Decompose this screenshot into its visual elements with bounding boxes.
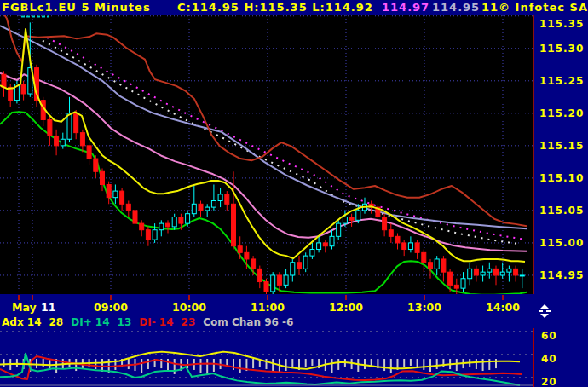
- cci-bar: [436, 359, 438, 369]
- cci-label: Com Chan 96 -6: [203, 316, 293, 328]
- cci-bar: [331, 359, 333, 373]
- bid-quote: 114.97: [382, 1, 429, 14]
- cci-bar: [141, 359, 142, 373]
- instrument-label: FGBLc1.EU 5 Minutes: [2, 1, 151, 14]
- cci-bar: [383, 359, 385, 371]
- price-axis-label: 115.30: [539, 43, 584, 55]
- cci-bar: [364, 359, 366, 369]
- price-axis-label: 115.05: [539, 205, 584, 217]
- candle: [337, 220, 341, 240]
- price-chart[interactable]: [0, 15, 533, 294]
- price-axis-label: 115.20: [539, 107, 584, 119]
- day-label: 11: [41, 301, 55, 314]
- time-tick: [345, 295, 347, 300]
- cci-bar: [423, 359, 424, 370]
- cci-bar: [337, 359, 339, 370]
- cci-bar: [239, 359, 241, 373]
- cci-bar: [403, 359, 405, 367]
- title-bar: FGBLc1.EU 5 Minutes C:114.95 H:115.35 L:…: [0, 0, 588, 15]
- chart-background: [0, 15, 533, 294]
- cci-bar: [167, 359, 169, 372]
- hour-label: 14:00: [484, 301, 522, 314]
- cci-bar: [442, 359, 444, 367]
- price-axis-label: 115.35: [539, 18, 584, 30]
- cci-bar: [272, 359, 274, 372]
- cci-bar: [456, 359, 458, 371]
- cci-bar: [311, 359, 313, 366]
- time-tick: [188, 295, 190, 300]
- cci-bar: [351, 359, 353, 369]
- indicator-legend: Adx 14 28 DI+ 14 13 DI- 14 23 Com Chan 9…: [2, 316, 293, 328]
- cci-bar: [390, 359, 392, 373]
- cci-bar: [305, 359, 307, 367]
- cci-bar: [429, 359, 431, 372]
- scroll-resize-icon[interactable]: [536, 303, 553, 321]
- cci-bar: [410, 359, 412, 366]
- adx-label: Adx 14: [2, 316, 42, 328]
- cci-bar: [147, 359, 149, 369]
- cci-bar: [16, 359, 18, 367]
- time-tick: [502, 295, 504, 300]
- cci-bar: [128, 359, 130, 369]
- candle: [303, 252, 308, 272]
- cci-bar: [75, 359, 77, 371]
- candle: [271, 272, 275, 294]
- di-minus-label: DI- 14: [139, 316, 173, 328]
- cci-bar: [252, 359, 254, 368]
- cci-bar: [187, 359, 188, 368]
- hour-label: 09:00: [92, 301, 130, 314]
- cci-bar: [3, 359, 5, 367]
- date-label: May: [12, 301, 37, 314]
- last-quote: 114.95: [432, 1, 480, 14]
- cci-bar: [36, 359, 37, 368]
- price-axis: 115.35115.30115.25115.20115.15115.10115.…: [533, 15, 588, 294]
- hour-label: 10:00: [170, 301, 208, 314]
- cci-bar: [285, 359, 287, 371]
- time-tick: [32, 295, 33, 300]
- cci-bar: [206, 359, 208, 375]
- vendor-label: 11© Infotec SA: [481, 1, 588, 14]
- cci-bar: [200, 359, 202, 373]
- cci-bar: [495, 359, 497, 368]
- price-axis-label: 115.00: [539, 237, 584, 249]
- price-axis-label: 114.95: [539, 269, 584, 281]
- trading-terminal-window: FGBLc1.EU 5 Minutes C:114.95 H:115.35 L:…: [0, 0, 588, 387]
- cci-bar: [476, 359, 477, 369]
- hour-label: 12:00: [327, 301, 365, 314]
- time-tick: [18, 295, 20, 300]
- cci-bar: [488, 359, 490, 370]
- hour-label: 13:00: [406, 301, 443, 314]
- indicator-chart[interactable]: [0, 328, 533, 387]
- indicator-axis-label: 60: [541, 330, 557, 342]
- indicator-axis-label: 20: [541, 376, 557, 387]
- price-axis-label: 115.15: [539, 140, 584, 152]
- cci-bar: [213, 359, 215, 372]
- price-axis-label: 115.25: [539, 75, 584, 87]
- di-plus-label: DI+ 14: [71, 316, 109, 328]
- cci-bar: [233, 359, 234, 370]
- time-tick: [424, 295, 425, 300]
- cci-bar: [266, 359, 268, 369]
- indicator-axis: 604020: [533, 328, 588, 387]
- cci-bar: [174, 359, 176, 374]
- time-tick: [267, 295, 268, 300]
- price-axis-label: 115.10: [539, 172, 584, 184]
- cci-bar: [482, 359, 484, 371]
- di-minus-14-line: [0, 354, 520, 385]
- time-axis: May 11 09:0010:0011:0012:0013:0014:00: [0, 294, 588, 316]
- di-minus-value: 23: [182, 316, 196, 328]
- cci-bar: [357, 359, 359, 372]
- di-plus-value: 13: [118, 316, 132, 328]
- cci-bar: [95, 359, 96, 369]
- indicator-axis-label: 40: [541, 353, 557, 365]
- time-tick: [110, 295, 112, 300]
- ohlc-readout: C:114.95 H:115.35 L:114.92: [177, 1, 373, 14]
- adx-value: 28: [49, 316, 64, 328]
- hour-label: 11:00: [249, 301, 286, 314]
